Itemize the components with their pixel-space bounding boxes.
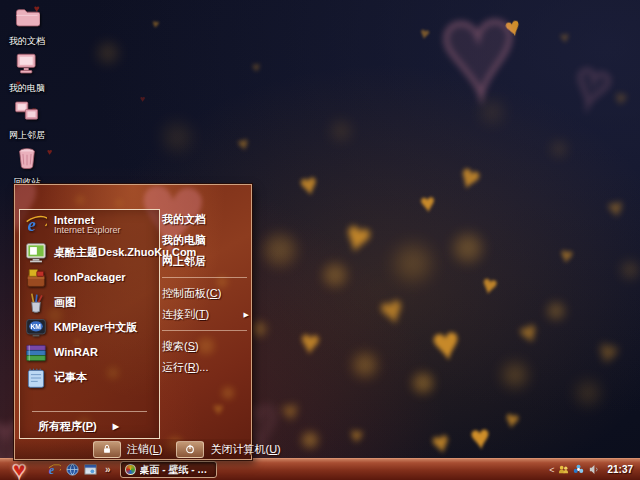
start-menu-item-winrar[interactable]: WinRAR <box>20 340 159 365</box>
start-menu-right-column: 我的文档我的电脑网上邻居控制面板(C)连接到(T)▶搜索(S)运行(R)... <box>162 209 247 439</box>
tray-update-flower-icon[interactable] <box>573 464 584 475</box>
tray-volume-icon[interactable] <box>588 464 599 475</box>
desktop-screen: ♥♥♥♥♥♥♥♥♥♥♥♥♥♥♥♥♥♥♥♥♥♥♥♥♥♥♥♥♥♥♥♥♥♥♥♥ 我的文… <box>0 0 640 480</box>
start-menu: ♥♥♥♥♥ eInternetInternet Explorer桌酷主题Desk… <box>14 184 252 460</box>
menu-item-label: 控制面板(C) <box>162 286 221 301</box>
heart-icon: ♥ <box>12 461 26 479</box>
system-tray: < 21:37 <box>549 464 640 475</box>
tray-icon-group <box>558 464 599 475</box>
start-menu-item[interactable]: 连接到(T)▶ <box>162 304 247 325</box>
shut-down-button[interactable] <box>176 441 204 458</box>
start-menu-item-zhuoku-theme[interactable]: 桌酷主题Desk.ZhuoKu.Com <box>20 240 159 265</box>
tray-clock: 21:37 <box>607 464 633 475</box>
menu-item-label: 搜索(S) <box>162 339 199 354</box>
all-programs-button[interactable]: 所有程序(P)▶ <box>20 414 159 438</box>
menu-separator <box>32 411 147 412</box>
tray-users-icon[interactable] <box>558 464 569 475</box>
menu-item-label: 画图 <box>54 297 76 309</box>
tray-collapse-chevron-icon[interactable]: < <box>549 465 554 475</box>
start-menu-item-notepad[interactable]: 记事本 <box>20 365 159 390</box>
lock-icon <box>102 444 112 454</box>
log-off-button[interactable] <box>93 441 121 458</box>
quick-launch-overflow-chevron-icon[interactable]: » <box>105 464 111 475</box>
color-wheel-icon <box>125 464 136 475</box>
icon-packager-icon <box>25 267 47 289</box>
menu-item-label: 运行(R)... <box>162 360 208 375</box>
start-menu-left-panel: eInternetInternet Explorer桌酷主题Desk.ZhuoK… <box>19 209 160 439</box>
task-button-label: 桌面 - 壁纸 - 桌酷壁... <box>140 463 212 477</box>
start-menu-item[interactable]: 控制面板(C) <box>162 283 247 304</box>
task-button[interactable]: 桌面 - 壁纸 - 桌酷壁... <box>120 461 217 478</box>
desktop-icon-documents-folder[interactable]: 我的文档 <box>0 4 54 48</box>
start-menu-footer: 注销(L)关闭计算机(U) <box>15 439 251 459</box>
menu-item-label: IconPackager <box>54 272 126 284</box>
internet-explorer-icon: e <box>25 214 47 236</box>
right-arrow-icon: ▶ <box>113 422 119 431</box>
notepad-icon <box>25 367 47 389</box>
documents-folder-icon <box>14 4 40 30</box>
start-menu-item-kmplayer[interactable]: KMKMPlayer中文版 <box>20 315 159 340</box>
start-menu-item[interactable]: 我的文档 <box>162 209 247 230</box>
log-off-label[interactable]: 注销(L) <box>127 442 162 457</box>
desktop-icon-label: 我的文档 <box>0 35 54 48</box>
start-menu-item-internet-explorer[interactable]: eInternetInternet Explorer <box>20 210 159 240</box>
start-menu-item[interactable]: 我的电脑 <box>162 230 247 251</box>
recycle-bin-icon <box>14 145 40 171</box>
menu-item-sublabel: Internet Explorer <box>54 226 121 235</box>
menu-item-label: WinRAR <box>54 347 98 359</box>
quick-launch-window-icon[interactable] <box>84 463 97 476</box>
desktop-icon-my-computer[interactable]: 我的电脑 <box>0 51 54 95</box>
power-icon <box>185 444 195 454</box>
winrar-icon <box>25 342 47 364</box>
svg-text:KM: KM <box>31 322 42 329</box>
start-menu-item[interactable]: 搜索(S) <box>162 336 247 357</box>
paint-icon <box>25 292 47 314</box>
menu-separator <box>162 277 247 278</box>
menu-item-label: KMPlayer中文版 <box>54 322 137 334</box>
start-menu-item-icon-packager[interactable]: IconPackager <box>20 265 159 290</box>
start-menu-item[interactable]: 网上邻居 <box>162 251 247 272</box>
desktop-icon-label: 我的电脑 <box>0 82 54 95</box>
pinned-programs-list: eInternetInternet Explorer桌酷主题Desk.ZhuoK… <box>20 210 159 390</box>
zhuoku-theme-icon <box>25 242 47 264</box>
menu-item-label: 我的文档 <box>162 212 206 227</box>
my-computer-icon <box>14 51 40 77</box>
all-programs-label: 所有程序(P) <box>38 419 97 434</box>
taskbar: ♥ e» 桌面 - 壁纸 - 桌酷壁... < 21:37 <box>0 458 640 480</box>
quick-launch-globe-icon[interactable] <box>66 463 79 476</box>
menu-separator <box>162 330 247 331</box>
start-menu-item[interactable]: 运行(R)... <box>162 357 247 378</box>
menu-item-label: InternetInternet Explorer <box>54 215 121 236</box>
menu-item-label: 我的电脑 <box>162 233 206 248</box>
start-button[interactable]: ♥ <box>0 459 38 480</box>
kmplayer-icon: KM <box>25 317 47 339</box>
network-places-icon <box>14 98 40 124</box>
menu-item-label: 连接到(T) <box>162 307 209 322</box>
shut-down-label[interactable]: 关闭计算机(U) <box>210 442 280 457</box>
desktop-icon-recycle-bin[interactable]: 回收站 <box>0 145 54 189</box>
quick-launch-bar: e» <box>48 463 111 476</box>
menu-item-label: 网上邻居 <box>162 254 206 269</box>
desktop-icon-label: 网上邻居 <box>0 129 54 142</box>
submenu-arrow-icon: ▶ <box>244 311 249 319</box>
start-menu-item-paint[interactable]: 画图 <box>20 290 159 315</box>
quick-launch-internet-explorer-small-icon[interactable]: e <box>48 463 61 476</box>
menu-item-label: 记事本 <box>54 372 87 384</box>
desktop-icon-network-places[interactable]: 网上邻居 <box>0 98 54 142</box>
